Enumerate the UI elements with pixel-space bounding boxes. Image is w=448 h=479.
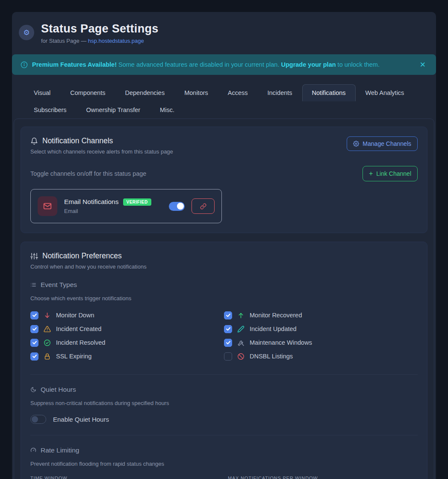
- link-channel-button[interactable]: + Link Channel: [363, 166, 418, 181]
- divider: [30, 435, 418, 435]
- lock-icon: [44, 353, 51, 360]
- sliders-icon: [30, 252, 38, 260]
- arrow-down-icon: [44, 312, 51, 319]
- page-subtitle: for Status Page — hsp.hostedstatus.page: [41, 38, 159, 44]
- upgrade-plan-link[interactable]: Upgrade your plan: [281, 61, 336, 68]
- tab-subscribers[interactable]: Subscribers: [24, 101, 77, 118]
- rate-limiting-title: Rate Limiting: [30, 446, 418, 454]
- warning-icon: [44, 325, 51, 333]
- divider: [30, 374, 418, 375]
- tab-notifications[interactable]: Notifications: [302, 84, 356, 101]
- list-icon: [30, 282, 36, 288]
- event-types-title: Event Types: [30, 281, 418, 289]
- checkbox: [224, 352, 232, 361]
- info-icon: [21, 61, 28, 68]
- gauge-icon: [30, 447, 36, 453]
- tools-icon: [237, 339, 245, 346]
- banner-bold-text: Premium Features Available!: [32, 61, 117, 68]
- channel-name: Email Notifications: [64, 198, 119, 206]
- channels-title: Notification Channels: [30, 136, 173, 145]
- event-maintenance-windows[interactable]: Maintenance Windows: [224, 339, 418, 347]
- page-header: ⚙ Status Page Settings for Status Page —…: [12, 12, 436, 50]
- tab-incidents[interactable]: Incidents: [258, 84, 302, 101]
- notification-preferences-panel: Notification Preferences Control when an…: [21, 242, 427, 479]
- plus-icon: +: [369, 170, 373, 177]
- event-types-grid: Monitor Down Incident Created Incident R…: [30, 308, 418, 363]
- event-monitor-down[interactable]: Monitor Down: [30, 311, 224, 319]
- checkbox: [30, 352, 38, 361]
- event-incident-updated[interactable]: Incident Updated: [224, 325, 418, 333]
- checkbox: [30, 325, 38, 333]
- tab-misc[interactable]: Misc.: [150, 101, 184, 118]
- bell-icon: [30, 137, 38, 145]
- gear-icon: ⚙: [19, 25, 34, 40]
- event-monitor-recovered[interactable]: Monitor Recovered: [224, 311, 418, 319]
- verified-badge: VERIFIED: [123, 198, 151, 206]
- banner-suffix: to unlock them.: [336, 61, 380, 68]
- event-types-subtitle: Choose which events trigger notification…: [30, 295, 418, 302]
- banner-text: Some advanced features are disabled in y…: [117, 61, 281, 68]
- rate-limiting-subtitle: Prevent notification flooding from rapid…: [30, 461, 418, 467]
- tab-visual[interactable]: Visual: [24, 84, 60, 101]
- toggle-hint: Toggle channels on/off for this status p…: [30, 170, 146, 177]
- tab-web-analytics[interactable]: Web Analytics: [356, 84, 414, 101]
- pencil-icon: [237, 325, 245, 333]
- gear-icon: [353, 141, 359, 147]
- settings-card: ⚙ Status Page Settings for Status Page —…: [12, 12, 436, 479]
- page-title: Status Page Settings: [41, 22, 159, 35]
- tab-access[interactable]: Access: [218, 84, 258, 101]
- event-ssl-expiring[interactable]: SSL Expiring: [30, 352, 224, 361]
- tab-dependencies[interactable]: Dependencies: [115, 84, 174, 101]
- email-icon: [38, 196, 57, 216]
- premium-banner: Premium Features Available! Some advance…: [12, 54, 436, 75]
- tab-content: Notification Channels Select which chann…: [14, 118, 434, 479]
- quiet-hours-toggle-label: Enable Quiet Hours: [53, 416, 109, 423]
- checkbox: [30, 339, 38, 347]
- check-circle-icon: [44, 339, 51, 346]
- banner-close-button[interactable]: ✕: [418, 59, 427, 70]
- channels-subtitle: Select which channels receive alerts fro…: [30, 148, 173, 155]
- channel-type: Email: [64, 208, 162, 214]
- tab-monitors[interactable]: Monitors: [174, 84, 218, 101]
- preferences-subtitle: Control when and how you receive notific…: [30, 263, 418, 270]
- event-incident-resolved[interactable]: Incident Resolved: [30, 339, 224, 347]
- status-page-link[interactable]: hsp.hostedstatus.page: [88, 38, 144, 44]
- channel-toggle[interactable]: [169, 202, 185, 211]
- quiet-hours-toggle[interactable]: [30, 415, 46, 424]
- checkbox: [30, 311, 38, 319]
- link-icon: [200, 203, 206, 210]
- manage-channels-button[interactable]: Manage Channels: [347, 136, 418, 151]
- channel-card-email: Email Notifications VERIFIED Email: [30, 189, 222, 223]
- tab-ownership-transfer[interactable]: Ownership Transfer: [77, 101, 150, 118]
- arrow-up-icon: [237, 312, 245, 319]
- preferences-title: Notification Preferences: [30, 251, 418, 260]
- event-dnsbl-listings[interactable]: DNSBL Listings: [224, 352, 418, 361]
- time-window-label: TIME WINDOW: [30, 476, 220, 479]
- settings-tabs: Visual Components Dependencies Monitors …: [12, 84, 436, 118]
- quiet-hours-title: Quiet Hours: [30, 386, 418, 393]
- notification-channels-panel: Notification Channels Select which chann…: [21, 127, 427, 233]
- moon-icon: [30, 387, 36, 393]
- checkbox: [224, 311, 232, 319]
- event-incident-created[interactable]: Incident Created: [30, 325, 224, 333]
- checkbox: [224, 325, 232, 333]
- checkbox: [224, 339, 232, 347]
- no-entry-icon: [237, 353, 245, 360]
- quiet-hours-subtitle: Suppress non-critical notifications duri…: [30, 400, 418, 406]
- tab-components[interactable]: Components: [60, 84, 115, 101]
- max-notifications-label: MAX NOTIFICATIONS PER WINDOW: [228, 476, 418, 479]
- unlink-channel-button[interactable]: [192, 198, 215, 214]
